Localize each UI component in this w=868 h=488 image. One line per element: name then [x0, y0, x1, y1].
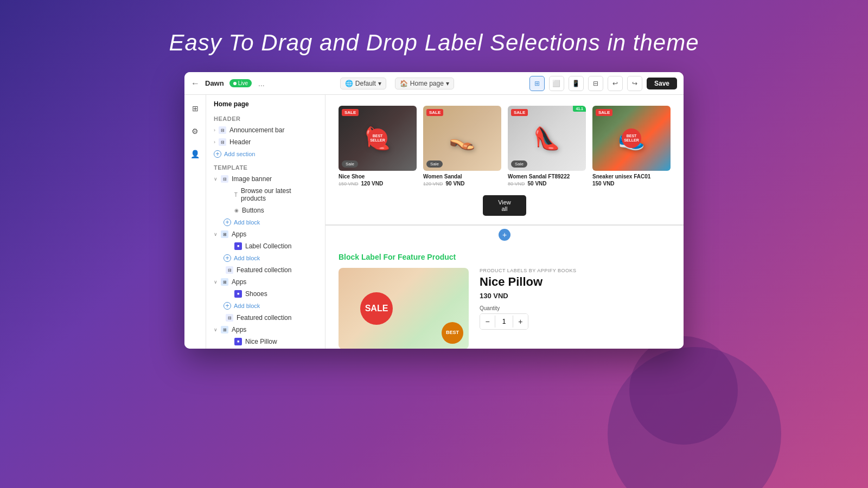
chevron-right-icon: ›	[214, 127, 215, 133]
apps-item-3[interactable]: ∨ ⊞ Apps	[206, 324, 325, 336]
section-icon: ⊟	[221, 175, 228, 183]
quantity-value: 1	[495, 316, 513, 328]
shooes-label: Shooes	[245, 290, 267, 298]
page-name: Home page	[206, 95, 325, 111]
featured-collection-label-1: Featured collection	[237, 266, 291, 274]
users-nav-icon[interactable]: 👤	[188, 147, 202, 161]
chevron-down-icon: ∨	[214, 327, 218, 332]
apps-label-2: Apps	[232, 278, 246, 286]
featured-collection-item-2[interactable]: ⊟ Featured collection	[206, 312, 325, 324]
browse-products-label: Browse our latest products	[241, 187, 317, 202]
browse-products-item[interactable]: T Browse our latest products	[206, 185, 325, 204]
feature-product-info: PRODUCT LABELS BY APPIFY BOOKS Nice Pill…	[480, 268, 671, 349]
save-button[interactable]: Save	[647, 78, 677, 89]
chevron-down-icon: ∨	[214, 176, 218, 182]
label-collection-label: Label Collection	[245, 242, 291, 250]
page-title: Easy To Drag and Drop Label Selections i…	[0, 0, 868, 72]
mobile-view-button[interactable]: 📱	[569, 76, 584, 91]
quantity-decrease-button[interactable]: −	[480, 314, 495, 329]
price-new-2: 90 VND	[446, 181, 465, 187]
buttons-item[interactable]: ◉ Buttons	[206, 204, 325, 216]
add-section-icon: +	[214, 150, 221, 158]
settings-nav-icon[interactable]: ⚙	[188, 124, 202, 138]
add-block-link-2[interactable]: + Add block	[206, 252, 325, 264]
home-icon: 🏠	[400, 80, 408, 87]
sidebar-icons: ⊞ ⚙ 👤	[184, 95, 206, 349]
feature-product-name: Nice Pillow	[480, 275, 671, 289]
feature-section: Block Label For Feature Product SALE BES…	[326, 244, 684, 349]
sale-badge-1: SALE	[342, 109, 359, 116]
desktop-view-button[interactable]: ⊞	[529, 76, 545, 91]
add-section-button[interactable]: +	[499, 229, 510, 241]
grid-nav-icon[interactable]: ⊞	[188, 101, 202, 115]
product-card-1[interactable]: SALE BESTSELLER 👠 Sale Nice Shoe 150 VND…	[339, 106, 417, 187]
label-collection-icon: ■	[234, 242, 242, 250]
browser-body: ⊞ ⚙ 👤 Home page Header › ⊟ Announcement …	[184, 95, 684, 349]
layout-button[interactable]: ⊟	[588, 76, 603, 91]
corner-badge-3: 41.1	[573, 106, 586, 112]
nice-pillow-item[interactable]: ■ Nice Pillow	[206, 336, 325, 348]
product-name-1: Nice Shoe	[339, 174, 417, 179]
default-dropdown[interactable]: 🌐 Default ▾	[340, 78, 386, 89]
apps-label-3: Apps	[232, 326, 246, 333]
chevron-right-icon: ›	[214, 139, 215, 145]
live-dot	[233, 82, 237, 85]
product-card-2[interactable]: SALE 👡 Sale Women Sandal 120 VND 90 VND	[423, 106, 501, 187]
quantity-increase-button[interactable]: +	[513, 314, 528, 329]
product-card-4[interactable]: SALE BESTSELLER 👟 Sneaker unisex FAC01 1…	[592, 106, 671, 187]
tablet-view-button[interactable]: ⬜	[549, 76, 564, 91]
add-block-link-1[interactable]: + Add block	[206, 216, 325, 228]
undo-button[interactable]: ↩	[608, 76, 623, 91]
product-name-4: Sneaker unisex FAC01	[592, 174, 671, 179]
add-section-link[interactable]: + Add section	[206, 148, 325, 160]
add-block-icon: +	[224, 302, 231, 310]
chevron-down-icon: ▾	[446, 80, 449, 87]
view-all-button[interactable]: View all	[483, 195, 526, 216]
chevron-down-icon: ▾	[378, 80, 381, 87]
sale-label-2: Sale	[426, 160, 443, 168]
browser-bar: ← Dawn Live ... 🌐 Default ▾ 🏠 Home page …	[184, 72, 684, 95]
announcement-bar-item[interactable]: › ⊟ Announcement bar	[206, 124, 325, 136]
shooes-item[interactable]: ■ Shooes	[206, 288, 325, 300]
browser-toolbar: ⊞ ⬜ 📱 ⊟ ↩ ↪ Save	[529, 76, 677, 91]
circle-icon: ◉	[234, 208, 239, 213]
feature-brand-label: PRODUCT LABELS BY APPIFY BOOKS	[480, 268, 671, 273]
feature-section-title: Block Label For Feature Product	[339, 253, 671, 261]
sale-label-1: Sale	[342, 160, 358, 168]
image-banner-item[interactable]: ∨ ⊟ Image banner	[206, 173, 325, 185]
apps-item-1[interactable]: ∨ ⊞ Apps	[206, 228, 325, 240]
globe-icon: 🌐	[345, 80, 353, 87]
section-icon: ⊟	[226, 266, 233, 274]
header-item[interactable]: › ⊟ Header	[206, 136, 325, 148]
image-banner-label: Image banner	[232, 175, 272, 183]
shooes-icon: ■	[234, 290, 242, 298]
header-section-label: Header	[206, 111, 325, 124]
add-block-link-3[interactable]: + Add block	[206, 300, 325, 312]
product-card-3[interactable]: SALE 41.1 👠 Sale Women Sandal FT89222 80…	[508, 106, 586, 187]
label-collection-item[interactable]: ■ Label Collection	[206, 240, 325, 252]
header-label: Header	[229, 138, 251, 146]
template-section-label: Template	[206, 160, 325, 173]
apps-item-2[interactable]: ∨ ⊞ Apps	[206, 276, 325, 288]
home-page-dropdown[interactable]: 🏠 Home page ▾	[395, 78, 454, 89]
feature-price: 130 VND	[480, 292, 671, 300]
sale-badge-2: SALE	[426, 109, 443, 116]
product-prices-3: 80 VND 50 VND	[508, 181, 586, 187]
add-block-icon: +	[224, 254, 231, 262]
buttons-label: Buttons	[242, 207, 264, 214]
feature-product-image: SALE BEST	[339, 268, 469, 349]
browser-more-button[interactable]: ...	[258, 79, 265, 88]
best-seller-badge-4: BESTSELLER	[622, 129, 641, 148]
right-content: SALE BESTSELLER 👠 Sale Nice Shoe 150 VND…	[326, 95, 684, 349]
product-image-4: SALE BESTSELLER 👟	[592, 106, 671, 171]
redo-button[interactable]: ↪	[627, 76, 642, 91]
product-prices-2: 120 VND 90 VND	[423, 181, 501, 187]
chevron-down-icon: ∨	[214, 279, 218, 285]
best-seller-badge-1: BESTSELLER	[368, 129, 387, 148]
product-prices-1: 150 VND 120 VND	[339, 181, 417, 187]
live-badge: Live	[229, 79, 252, 87]
product-prices-4: 150 VND	[592, 181, 671, 187]
price-old-2: 120 VND	[423, 181, 443, 187]
featured-collection-item-1[interactable]: ⊟ Featured collection	[206, 264, 325, 276]
back-button[interactable]: ←	[191, 79, 200, 88]
